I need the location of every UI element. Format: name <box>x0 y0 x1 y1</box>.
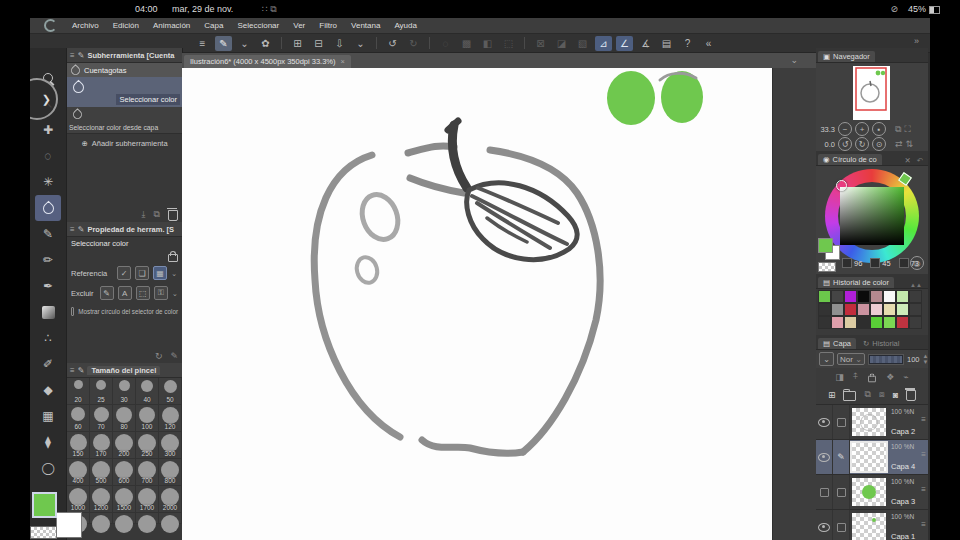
lasso-tool[interactable]: ◌ <box>35 143 61 169</box>
reference-layer-icon[interactable]: ⍏ <box>853 371 858 382</box>
subtool-panel-header[interactable]: ≡ ✎ Subherramienta [Cuenta <box>67 48 182 63</box>
history-swatch-0-3[interactable] <box>857 290 870 303</box>
lock-icon[interactable] <box>168 254 178 262</box>
saturation-value-square[interactable] <box>840 187 904 245</box>
history-swatch-0-7[interactable] <box>909 290 922 303</box>
brush-size-header[interactable]: ≡ ✎ Tamaño del pincel <box>67 363 182 378</box>
exclude-text-icon[interactable]: A <box>118 286 132 300</box>
history-swatch-1-0[interactable] <box>818 303 831 316</box>
sv-cursor-icon[interactable] <box>836 180 847 191</box>
subtool-detail-icon[interactable]: ✎ <box>170 351 178 361</box>
transfer-layer-icon[interactable]: ⧉ <box>864 389 870 400</box>
brush-size-25[interactable]: 25 <box>90 378 113 405</box>
tool-dropdown-chevron-icon[interactable]: ⌄ <box>236 36 253 51</box>
lock-layer-icon[interactable] <box>868 375 876 381</box>
rotate-ccw-icon[interactable]: ↺ <box>838 137 852 151</box>
brush-size-600[interactable]: 600 <box>113 459 136 486</box>
history-swatch-1-4[interactable] <box>870 303 883 316</box>
new-folder-icon[interactable] <box>843 391 856 401</box>
brush-size-150[interactable]: 150 <box>67 432 90 459</box>
layer-checkbox-icon[interactable] <box>837 488 846 497</box>
brush-size-300[interactable]: 300 <box>159 432 182 459</box>
duplicate-subtool-icon[interactable]: ⧉ <box>154 209 160 220</box>
drawing-canvas[interactable] <box>182 68 772 540</box>
collapse-right-icon[interactable]: » <box>914 36 919 46</box>
airbrush-tool[interactable]: ∴ <box>35 325 61 351</box>
brush-size-20[interactable]: 20 <box>67 378 90 405</box>
marker-tool[interactable]: ✒ <box>35 273 61 299</box>
open-file-icon[interactable]: ⊟ <box>310 36 327 51</box>
menu-edicion[interactable]: Edición <box>106 21 146 30</box>
history-swatch-0-6[interactable] <box>896 290 909 303</box>
ref-all-layers-icon[interactable]: ❏ <box>135 266 149 280</box>
rotate-cw-icon[interactable]: ↻ <box>855 137 869 151</box>
layer-thumbnail[interactable] <box>852 478 886 506</box>
brush-size-1000[interactable]: 1000 <box>67 486 90 513</box>
brush-size-100[interactable]: 100 <box>136 405 159 432</box>
tab-navegador[interactable]: ▣ Navegador <box>818 51 875 62</box>
crop-icon[interactable]: ⬚ <box>500 36 517 51</box>
document-tab-close-icon[interactable]: × <box>341 57 345 66</box>
layer-row-capa-3[interactable]: 100 %NCapa 3≡ <box>816 475 928 510</box>
history-swatch-1-5[interactable] <box>883 303 896 316</box>
add-subtool-button[interactable]: ⊕ Añadir subherramienta <box>67 134 182 152</box>
menu-filtro[interactable]: Filtro <box>312 21 344 30</box>
subtool-panel-menu-icon[interactable]: ≡ <box>70 51 75 60</box>
fill-tool[interactable]: ⧫ <box>35 429 61 455</box>
brush-size-40[interactable]: 40 <box>136 378 159 405</box>
brush-size-800[interactable]: 800 <box>159 459 182 486</box>
brush-size-50[interactable]: 50 <box>159 378 182 405</box>
tab-circulo-de-color[interactable]: ◉ Círculo de co <box>818 154 882 165</box>
fit-screen-icon[interactable]: ⧉ <box>895 124 901 135</box>
gradient-tool[interactable] <box>35 299 61 325</box>
undo-icon[interactable]: ↺ <box>384 36 401 51</box>
brush-size-extra[interactable] <box>136 513 159 524</box>
brush-size-250[interactable]: 250 <box>136 432 159 459</box>
tab-list-chevron-icon[interactable]: ⌄ <box>790 55 798 65</box>
help-icon[interactable]: ? <box>679 36 696 51</box>
selection-launcher-icon[interactable]: ▧ <box>574 36 591 51</box>
snap-grid-icon[interactable]: ∡ <box>637 36 654 51</box>
history-swatch-0-2[interactable] <box>844 290 857 303</box>
restore-panel-icon[interactable]: ↶ <box>917 156 926 165</box>
close-panel-icon[interactable]: ✕ <box>904 156 914 165</box>
import-subtool-icon[interactable]: ⤓ <box>142 209 146 220</box>
history-swatch-0-0[interactable] <box>818 290 831 303</box>
brush-size-extra[interactable] <box>159 513 182 524</box>
layer-row-capa-4[interactable]: ✎100 %NCapa 4≡ <box>816 440 928 475</box>
history-swatch-1-7[interactable] <box>909 303 922 316</box>
brush-size-extra[interactable] <box>90 513 113 524</box>
exclude-draft-icon[interactable]: ✎ <box>100 286 114 300</box>
decoration-tool[interactable]: ✐ <box>35 351 61 377</box>
clip-to-layer-icon[interactable]: ◨ <box>835 372 844 382</box>
history-swatch-2-3[interactable] <box>857 316 870 329</box>
tool-property-menu-icon[interactable]: ≡ <box>70 225 75 234</box>
brush-size-menu-icon[interactable]: ≡ <box>70 366 75 375</box>
zoom-out-icon[interactable]: − <box>838 122 852 136</box>
referencia-chevron-icon[interactable]: ⌄ <box>171 269 177 278</box>
layer-checkbox-icon[interactable] <box>837 418 846 427</box>
brush-size-30[interactable]: 30 <box>113 378 136 405</box>
new-canvas-icon[interactable]: ⊞ <box>289 36 306 51</box>
figure-tool[interactable]: ▦ <box>35 403 61 429</box>
reset-property-icon[interactable]: ↻ <box>155 351 163 361</box>
brush-size-2000[interactable]: 2000 <box>159 486 182 513</box>
foreground-color-swatch[interactable] <box>32 492 57 518</box>
tab-historial[interactable]: ↻ Historial <box>858 338 904 349</box>
expression-color-dropdown[interactable]: ⌄ <box>819 352 834 366</box>
app-logo-icon[interactable] <box>44 19 57 32</box>
history-swatch-2-1[interactable] <box>831 316 844 329</box>
history-swatch-2-5[interactable] <box>883 316 896 329</box>
new-layer-icon[interactable]: ⊞ <box>828 390 836 400</box>
layer-row-capa-2[interactable]: 100 %NCapa 2≡ <box>816 405 928 440</box>
history-swatch-0-5[interactable] <box>883 290 896 303</box>
eyedropper-tool[interactable] <box>35 195 61 221</box>
history-swatch-2-7[interactable] <box>909 316 922 329</box>
zoom-100-icon[interactable]: ▪ <box>872 122 886 136</box>
subtool-item-seleccionar-color-desde-capa[interactable]: Seleccionar color desde capa <box>67 107 182 134</box>
tab-capa[interactable]: ▤ Capa <box>818 338 856 349</box>
draft-layer-icon[interactable]: ⌁ <box>903 372 908 382</box>
layer-visibility-cell[interactable] <box>816 475 833 509</box>
rose-tool-icon[interactable]: ✿ <box>257 36 274 51</box>
exclude-selection-icon[interactable]: ⬚ <box>136 286 150 300</box>
